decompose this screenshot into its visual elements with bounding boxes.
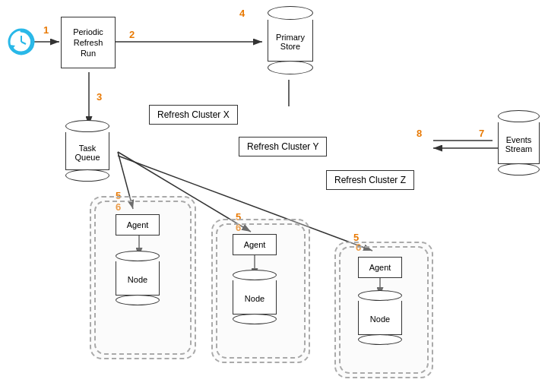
node-1-body: Node xyxy=(116,261,160,296)
agent-2-box: Agent xyxy=(233,234,277,255)
node-2-bottom xyxy=(233,314,277,324)
primary-store-body: Primary Store xyxy=(268,20,313,62)
refresh-cluster-x: Refresh Cluster X xyxy=(149,105,238,125)
agent-2-label: Agent xyxy=(244,239,266,250)
node-1: Node xyxy=(116,251,160,305)
node-3: Node xyxy=(358,290,402,345)
agent-1-box: Agent xyxy=(116,214,160,236)
events-stream-label: Events Stream xyxy=(505,132,532,153)
label-7: 7 xyxy=(479,128,484,139)
label-8: 8 xyxy=(417,128,422,139)
node-1-label: Node xyxy=(128,272,147,284)
label-4: 4 xyxy=(239,8,245,19)
label-1: 1 xyxy=(43,24,49,36)
node-3-body: Node xyxy=(358,301,402,335)
events-stream: Events Stream xyxy=(498,110,540,175)
events-stream-bottom xyxy=(498,163,540,175)
node-2-body: Node xyxy=(233,280,277,315)
task-queue-label: Task Queue xyxy=(74,141,100,162)
primary-store-top xyxy=(268,6,313,20)
task-queue-body: Task Queue xyxy=(65,132,109,170)
refresh-cluster-z: Refresh Cluster Z xyxy=(326,170,414,190)
agent-3-label: Agent xyxy=(369,262,391,273)
periodic-refresh-label: Periodic Refresh Run xyxy=(73,27,103,59)
clock-icon xyxy=(6,27,36,57)
node-3-label: Node xyxy=(370,311,390,324)
agent-3-box: Agent xyxy=(358,257,402,278)
periodic-refresh-box: Periodic Refresh Run xyxy=(61,17,116,68)
refresh-cluster-y: Refresh Cluster Y xyxy=(239,137,327,156)
node-2: Node xyxy=(233,270,277,324)
node-1-top xyxy=(116,251,160,261)
diagram: 1 2 3 4 5 5 5 6 6 6 7 8 Periodic Refresh… xyxy=(0,0,548,392)
label-3: 3 xyxy=(97,91,102,103)
svg-line-16 xyxy=(21,42,26,44)
node-2-label: Node xyxy=(245,291,264,303)
task-queue-top xyxy=(65,120,109,132)
task-queue-bottom xyxy=(65,169,109,182)
events-stream-body: Events Stream xyxy=(498,122,540,164)
node-3-top xyxy=(358,290,402,301)
events-stream-top xyxy=(498,110,540,122)
node-1-bottom xyxy=(116,295,160,305)
primary-store: Primary Store xyxy=(268,6,313,74)
node-2-top xyxy=(233,270,277,280)
agent-1-label: Agent xyxy=(127,220,149,230)
task-queue: Task Queue xyxy=(65,120,109,182)
label-2: 2 xyxy=(129,29,135,40)
node-3-bottom xyxy=(358,334,402,345)
primary-store-label: Primary Store xyxy=(276,30,305,51)
primary-store-bottom xyxy=(268,61,313,74)
